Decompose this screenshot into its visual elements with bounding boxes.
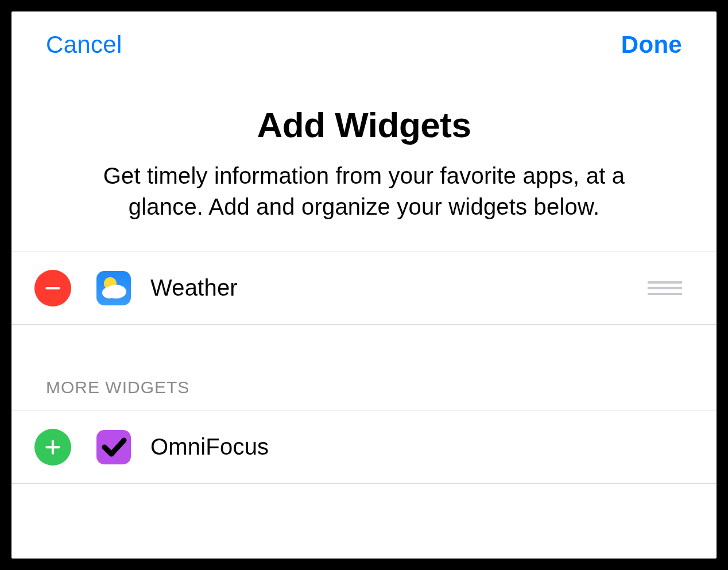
- more-widgets-header: MORE WIDGETS: [11, 325, 717, 410]
- svg-point-3: [102, 287, 116, 298]
- page-title: Add Widgets: [46, 104, 682, 145]
- drag-handle[interactable]: [648, 276, 682, 301]
- widgets-edit-screen: Cancel Done Add Widgets Get timely infor…: [11, 11, 717, 559]
- drag-line-icon: [648, 287, 682, 289]
- widget-label: Weather: [150, 275, 648, 301]
- svg-rect-5: [52, 440, 54, 455]
- checkmark-icon: [96, 430, 131, 464]
- weather-sun-cloud-icon: [96, 271, 131, 305]
- available-widgets-list: OmniFocus: [11, 410, 717, 484]
- drag-line-icon: [648, 281, 682, 284]
- widget-row-omnifocus[interactable]: OmniFocus: [11, 410, 717, 484]
- plus-icon: [43, 437, 63, 457]
- remove-widget-button[interactable]: [34, 270, 71, 307]
- omnifocus-app-icon: [96, 430, 131, 464]
- page-subtitle: Get timely information from your favorit…: [94, 160, 634, 222]
- svg-rect-0: [45, 286, 60, 289]
- title-section: Add Widgets Get timely information from …: [11, 70, 717, 251]
- minus-icon: [43, 278, 63, 298]
- drag-line-icon: [648, 293, 682, 295]
- cancel-button[interactable]: Cancel: [46, 31, 122, 59]
- weather-app-icon: [96, 271, 131, 305]
- widget-row-weather[interactable]: Weather: [11, 251, 717, 325]
- modal-header: Cancel Done: [11, 11, 717, 70]
- add-widget-button[interactable]: [34, 429, 71, 466]
- widget-label: OmniFocus: [150, 434, 682, 460]
- active-widgets-list: Weather: [11, 251, 717, 325]
- done-button[interactable]: Done: [621, 31, 682, 59]
